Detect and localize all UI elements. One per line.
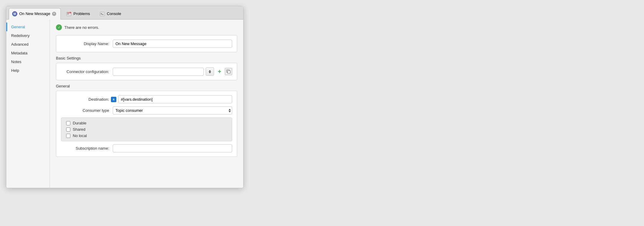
sidebar-item-metadata[interactable]: Metadata xyxy=(6,49,50,57)
basic-settings-heading: Basic Settings xyxy=(56,56,237,60)
shared-label: Shared xyxy=(73,127,85,132)
svg-text:M: M xyxy=(14,12,16,16)
sidebar-item-redelivery[interactable]: Redelivery xyxy=(6,31,50,40)
svg-rect-3 xyxy=(67,13,69,13)
destination-row: Destination: a xyxy=(61,95,232,103)
general-heading: General xyxy=(56,84,237,88)
destination-label: Destination: xyxy=(61,97,109,102)
sidebar-item-advanced[interactable]: Advanced xyxy=(6,40,50,49)
subscription-row: Subscription name: xyxy=(61,144,232,152)
tab-label-problems: Problems xyxy=(73,11,90,16)
message-tab-icon: M xyxy=(12,11,17,17)
problems-tab-icon: ! xyxy=(66,11,72,17)
console-tab-icon xyxy=(100,11,105,17)
display-name-input[interactable] xyxy=(113,40,232,48)
status-message: There are no errors. xyxy=(64,25,99,30)
connector-config-label: Connector configuration: xyxy=(61,69,109,74)
connector-add-button[interactable]: + xyxy=(216,68,223,75)
checkbox-area: Durable Shared No local xyxy=(61,118,232,141)
consumer-spinner-down xyxy=(228,111,231,112)
durable-row: Durable xyxy=(66,121,227,125)
connector-spinner[interactable] xyxy=(206,67,214,76)
sidebar: General Redelivery Advanced Metadata Not… xyxy=(6,20,50,188)
subscription-input[interactable] xyxy=(113,144,232,152)
display-name-row: Display Name: xyxy=(61,40,232,48)
consumer-type-label: Consumer type xyxy=(61,108,109,113)
no-local-label: No local xyxy=(73,133,87,138)
svg-rect-7 xyxy=(100,12,105,16)
basic-settings-section: Connector configuration: + xyxy=(56,63,237,80)
no-local-checkbox[interactable] xyxy=(66,134,70,138)
main-window: M On New Message ✕ ! Problems xyxy=(6,6,244,188)
consumer-type-select[interactable]: Queue consumer Topic consumer xyxy=(113,106,232,115)
tab-problems[interactable]: ! Problems xyxy=(62,8,94,20)
spinner-up-arrow xyxy=(209,70,211,72)
edit-icon xyxy=(226,69,231,74)
connector-edit-button[interactable] xyxy=(225,68,232,75)
tab-label-console: Console xyxy=(107,11,121,16)
svg-rect-4 xyxy=(67,14,69,14)
general-section: Destination: a Consumer type Queue consu… xyxy=(56,91,237,157)
sidebar-item-notes[interactable]: Notes xyxy=(6,57,50,66)
status-bar: ✓ There are no errors. xyxy=(56,24,237,30)
svg-rect-10 xyxy=(228,71,230,73)
durable-checkbox[interactable] xyxy=(66,121,70,125)
tab-label-on-new-message: On New Message xyxy=(19,11,50,16)
consumer-type-select-wrap: Queue consumer Topic consumer xyxy=(113,106,232,115)
consumer-type-row: Consumer type Queue consumer Topic consu… xyxy=(61,106,232,115)
sidebar-item-help[interactable]: Help xyxy=(6,66,50,75)
status-success-icon: ✓ xyxy=(56,24,62,30)
main-content: General Redelivery Advanced Metadata Not… xyxy=(6,20,243,188)
consumer-spinner-up xyxy=(228,109,231,110)
no-local-row: No local xyxy=(66,133,227,138)
durable-label: Durable xyxy=(73,121,87,125)
display-name-label: Display Name: xyxy=(61,41,109,46)
destination-input[interactable] xyxy=(118,95,232,103)
tab-close-button[interactable]: ✕ xyxy=(52,12,56,16)
spinner-down-arrow xyxy=(209,72,211,73)
consumer-spinner[interactable] xyxy=(228,109,231,112)
display-name-section: Display Name: xyxy=(56,35,237,52)
content-panel: ✓ There are no errors. Display Name: Bas… xyxy=(50,20,243,188)
destination-icon: a xyxy=(111,97,116,102)
tab-bar: M On New Message ✕ ! Problems xyxy=(6,6,243,20)
subscription-label: Subscription name: xyxy=(61,146,109,151)
shared-checkbox[interactable] xyxy=(66,127,70,132)
tab-on-new-message[interactable]: M On New Message ✕ xyxy=(9,8,61,20)
connector-config-select[interactable] xyxy=(113,68,204,76)
tab-console[interactable]: Console xyxy=(95,8,125,20)
connector-controls: + xyxy=(113,67,232,76)
sidebar-item-general[interactable]: General xyxy=(6,23,50,31)
connector-config-row: Connector configuration: + xyxy=(61,67,232,76)
shared-row: Shared xyxy=(66,127,227,132)
